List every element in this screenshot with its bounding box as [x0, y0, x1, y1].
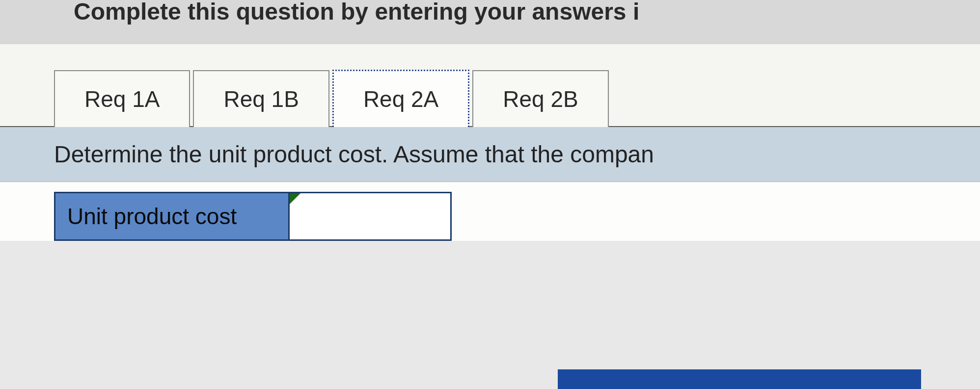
tab-req-2b[interactable]: Req 2B — [472, 70, 608, 127]
tab-req-1b[interactable]: Req 1B — [193, 70, 329, 127]
next-button[interactable] — [558, 369, 921, 389]
unit-product-cost-label: Unit product cost — [54, 192, 290, 241]
unit-product-cost-cell[interactable] — [290, 192, 452, 241]
tab-req-1a[interactable]: Req 1A — [54, 70, 190, 127]
answer-label-text: Unit product cost — [67, 204, 237, 229]
answer-row: Unit product cost — [0, 182, 980, 241]
unit-product-cost-input[interactable] — [290, 193, 450, 239]
cell-marker-icon — [290, 193, 300, 204]
instruction-text: Complete this question by entering your … — [74, 0, 639, 25]
tab-label: Req 2B — [503, 86, 578, 112]
tab-label: Req 2A — [363, 86, 438, 112]
tab-row: Req 1A Req 1B Req 2A Req 2B — [0, 44, 980, 127]
content-area: Req 1A Req 1B Req 2A Req 2B Determine th… — [0, 44, 980, 241]
tab-label: Req 1B — [223, 86, 299, 112]
tab-req-2a[interactable]: Req 2A — [332, 70, 469, 127]
prompt-text: Determine the unit product cost. Assume … — [54, 141, 654, 167]
instruction-banner: Complete this question by entering your … — [0, 0, 980, 44]
tab-label: Req 1A — [84, 86, 160, 112]
prompt-bar: Determine the unit product cost. Assume … — [0, 127, 980, 182]
